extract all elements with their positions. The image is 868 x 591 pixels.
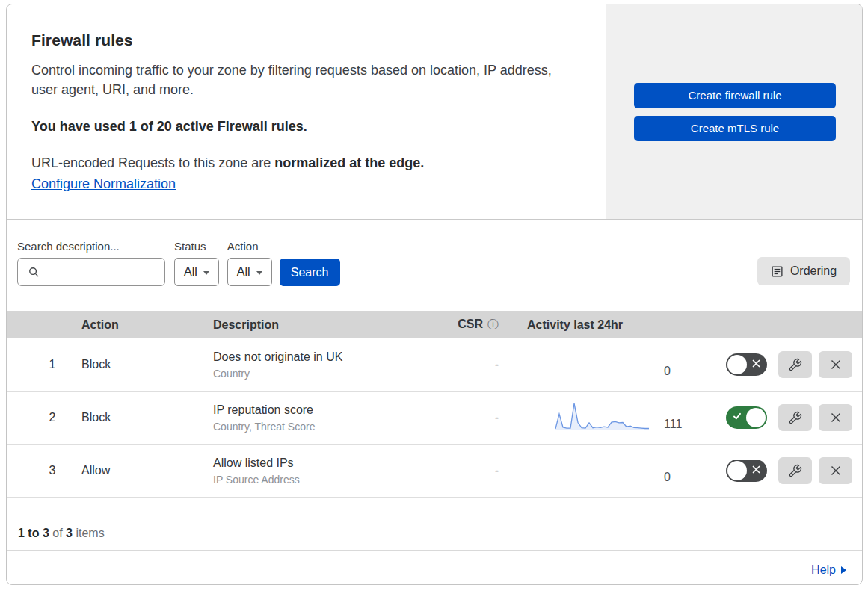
activity-flatline: [555, 486, 649, 486]
table-row: 1BlockDoes not originate in UKCountry-0: [7, 338, 862, 392]
firewall-rules-card: Firewall rules Control incoming traffic …: [6, 4, 863, 585]
rule-controls: [695, 457, 862, 484]
ordering-icon: [771, 265, 784, 278]
search-input[interactable]: [45, 265, 158, 279]
edit-rule-button[interactable]: [778, 351, 812, 378]
search-group: Search description...: [17, 240, 165, 286]
wrench-icon: [788, 411, 802, 425]
rule-fields: IP Source Address: [213, 474, 437, 486]
rule-description-cell: Does not originate in UKCountry: [213, 350, 437, 380]
status-label: Status: [174, 240, 219, 253]
rule-description: IP reputation score: [213, 403, 437, 417]
rule-description: Allow listed IPs: [213, 457, 437, 470]
action-filter-group: Action All: [227, 240, 272, 286]
rule-controls: [695, 404, 862, 431]
search-input-box[interactable]: [17, 258, 165, 286]
rule-fields: Country, Threat Score: [213, 421, 437, 433]
column-header-activity: Activity last 24hr: [500, 318, 695, 332]
close-icon: [830, 359, 842, 371]
usage-summary: You have used 1 of 20 active Firewall ru…: [31, 119, 576, 134]
action-dropdown[interactable]: All: [227, 258, 272, 286]
rule-fields: Country: [213, 368, 437, 380]
status-filter-group: Status All: [174, 240, 219, 286]
search-icon: [28, 267, 40, 278]
rule-enabled-toggle[interactable]: [726, 460, 767, 482]
ordering-button-label: Ordering: [790, 264, 837, 278]
normalization-note: URL-encoded Requests to this zone are no…: [31, 155, 576, 171]
activity-flatline: [555, 380, 649, 380]
header-text-block: Firewall rules Control incoming traffic …: [7, 4, 606, 219]
delete-rule-button[interactable]: [819, 404, 852, 431]
toggle-knob: [746, 408, 766, 427]
rule-controls: [695, 351, 862, 378]
delete-rule-button[interactable]: [819, 351, 852, 378]
check-icon: [733, 406, 742, 429]
rule-csr-value: -: [437, 411, 500, 424]
page-description: Control incoming traffic to your zone by…: [31, 61, 562, 99]
toggle-knob: [727, 461, 747, 480]
rule-activity-cell: 0: [500, 445, 695, 497]
create-mtls-rule-button[interactable]: Create mTLS rule: [634, 116, 836, 141]
table-header: Action Description CSRⓘ Activity last 24…: [7, 311, 862, 338]
table-row: 2BlockIP reputation scoreCountry, Threat…: [7, 392, 862, 445]
search-button[interactable]: Search: [280, 259, 340, 286]
action-value: All: [237, 265, 250, 279]
wrench-icon: [788, 464, 802, 478]
help-bar: Help: [7, 551, 862, 584]
help-arrow-icon: [841, 566, 846, 574]
column-header-description: Description: [213, 318, 437, 332]
filter-bar: Search description... Status All Action …: [7, 220, 862, 311]
table-body: 1BlockDoes not originate in UKCountry-02…: [7, 338, 862, 498]
chevron-down-icon: [203, 271, 209, 275]
pagination-summary: 1 to 3 of 3 items: [7, 498, 862, 551]
status-value: All: [184, 265, 197, 279]
column-header-action: Action: [81, 318, 213, 332]
search-label: Search description...: [17, 240, 165, 253]
chevron-down-icon: [256, 271, 262, 275]
rule-enabled-toggle[interactable]: [726, 353, 767, 376]
wrench-icon: [788, 358, 802, 372]
activity-count-link[interactable]: 0: [662, 365, 673, 380]
cross-icon: [752, 460, 760, 482]
info-icon[interactable]: ⓘ: [487, 318, 499, 330]
action-label: Action: [227, 240, 272, 253]
header-section: Firewall rules Control incoming traffic …: [7, 4, 862, 220]
ordering-button[interactable]: Ordering: [757, 257, 850, 285]
rule-description: Does not originate in UK: [213, 350, 437, 364]
delete-rule-button[interactable]: [819, 457, 852, 484]
cross-icon: [752, 353, 760, 376]
rule-priority: 1: [7, 358, 81, 371]
rule-action: Allow: [81, 464, 213, 477]
rule-activity-cell: 111: [500, 392, 695, 444]
edit-rule-button[interactable]: [778, 457, 812, 484]
rule-csr-value: -: [437, 358, 500, 371]
rule-priority: 3: [7, 464, 81, 477]
rule-enabled-toggle[interactable]: [726, 406, 767, 429]
actions-panel: Create firewall rule Create mTLS rule: [606, 4, 862, 219]
rule-csr-value: -: [437, 464, 500, 477]
rule-action: Block: [81, 411, 213, 424]
create-firewall-rule-button[interactable]: Create firewall rule: [634, 83, 836, 108]
rule-description-cell: IP reputation scoreCountry, Threat Score: [213, 403, 437, 433]
rule-action: Block: [81, 358, 213, 371]
rule-description-cell: Allow listed IPsIP Source Address: [213, 457, 437, 486]
close-icon: [830, 412, 842, 424]
activity-count-link[interactable]: 0: [662, 471, 673, 486]
activity-sparkline: [555, 400, 649, 433]
close-icon: [830, 465, 842, 477]
activity-count-link[interactable]: 111: [662, 418, 684, 433]
status-dropdown[interactable]: All: [174, 258, 219, 286]
toggle-knob: [727, 355, 747, 374]
configure-normalization-link[interactable]: Configure Normalization: [31, 176, 176, 191]
help-link[interactable]: Help: [811, 563, 846, 577]
edit-rule-button[interactable]: [778, 404, 812, 431]
rule-activity-cell: 0: [500, 338, 695, 391]
rule-priority: 2: [7, 411, 81, 424]
table-row: 3AllowAllow listed IPsIP Source Address-…: [7, 445, 862, 498]
page-title: Firewall rules: [31, 31, 576, 49]
column-header-csr: CSRⓘ: [437, 318, 500, 332]
